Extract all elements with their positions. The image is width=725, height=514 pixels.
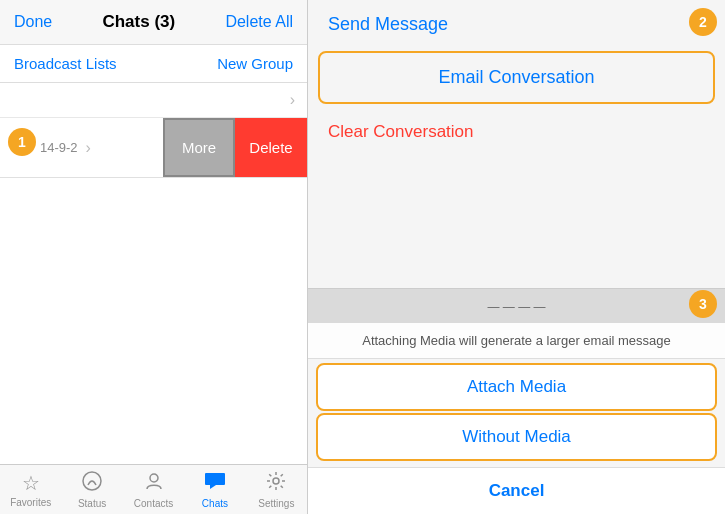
new-group-link[interactable]: New Group — [217, 55, 293, 72]
left-panel: Done Chats (3) Delete All Broadcast List… — [0, 0, 308, 514]
tab-status-label: Status — [78, 498, 106, 509]
cancel-label: Cancel — [489, 481, 545, 500]
tab-chats[interactable]: Chats — [184, 465, 245, 514]
clear-conversation-label: Clear Conversation — [328, 122, 474, 141]
more-button[interactable]: More — [163, 118, 235, 177]
action-sheet-blur-header: — — — — — [308, 289, 725, 323]
badge-2: 2 — [689, 8, 717, 36]
swipe-actions: More Delete — [163, 118, 307, 177]
chevron-icon: › — [86, 139, 91, 157]
done-button[interactable]: Done — [14, 13, 52, 31]
attach-media-label: Attach Media — [467, 377, 566, 396]
without-media-button[interactable]: Without Media — [316, 413, 717, 461]
attach-media-button[interactable]: Attach Media — [316, 363, 717, 411]
favorites-icon: ☆ — [22, 471, 40, 495]
settings-icon — [266, 471, 286, 496]
tab-settings[interactable]: Settings — [246, 465, 307, 514]
chats-icon — [204, 471, 226, 496]
tab-chats-label: Chats — [202, 498, 228, 509]
cancel-button[interactable]: Cancel — [308, 467, 725, 514]
without-media-label: Without Media — [462, 427, 571, 446]
tab-contacts[interactable]: Contacts — [123, 465, 184, 514]
clear-conversation-button[interactable]: Clear Conversation — [308, 110, 725, 154]
spacer — [308, 154, 725, 174]
svg-point-2 — [273, 478, 279, 484]
action-sheet-blur-label: — — — — — [487, 300, 545, 314]
tab-favorites[interactable]: ☆ Favorites — [0, 465, 61, 514]
chat-row[interactable]: → 14-9-2 › More Delete — [0, 118, 307, 178]
email-conversation-button[interactable]: Email Conversation — [318, 51, 715, 104]
chat-list: 1 → 14-9-2 › More Delete — [0, 118, 307, 464]
send-message-label[interactable]: Send Message — [328, 14, 448, 34]
contacts-icon — [144, 471, 164, 496]
chat-date: 14-9-2 — [40, 140, 78, 155]
tab-contacts-label: Contacts — [134, 498, 173, 509]
broadcast-lists-link[interactable]: Broadcast Lists — [14, 55, 117, 72]
second-bar: Broadcast Lists New Group — [0, 45, 307, 83]
delete-button[interactable]: Delete — [235, 118, 307, 177]
chevron-row: › — [0, 83, 307, 118]
top-bar: Done Chats (3) Delete All — [0, 0, 307, 45]
tab-bar: ☆ Favorites Status Contacts — [0, 464, 307, 514]
badge-1: 1 — [8, 128, 36, 156]
badge-3: 3 — [689, 290, 717, 318]
action-sheet-info: Attaching Media will generate a larger e… — [308, 323, 725, 359]
chevron-right-icon: › — [290, 91, 295, 109]
svg-point-1 — [150, 474, 158, 482]
delete-all-button[interactable]: Delete All — [225, 13, 293, 31]
email-conversation-label: Email Conversation — [340, 67, 693, 88]
tab-favorites-label: Favorites — [10, 497, 51, 508]
send-message-section: Send Message — [308, 0, 725, 45]
chats-title: Chats (3) — [102, 12, 175, 32]
tab-status[interactable]: Status — [61, 465, 122, 514]
action-sheet-info-text: Attaching Media will generate a larger e… — [362, 333, 671, 348]
status-icon — [82, 471, 102, 496]
tab-settings-label: Settings — [258, 498, 294, 509]
right-panel: 2 Send Message Email Conversation Clear … — [308, 0, 725, 514]
action-sheet: — — — — Attaching Media will generate a … — [308, 288, 725, 514]
